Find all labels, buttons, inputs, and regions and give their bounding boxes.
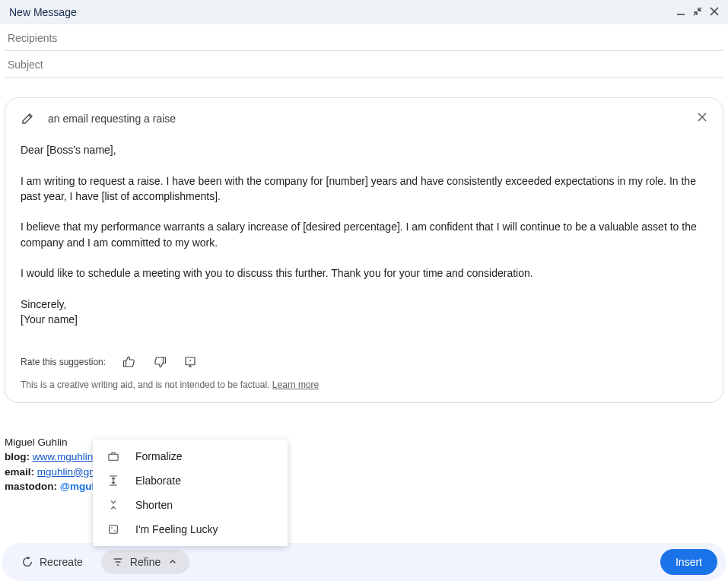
blog-link[interactable]: www.mguhlin.o bbox=[33, 451, 102, 462]
collapse-vertical-icon bbox=[106, 499, 120, 511]
magic-pencil-icon bbox=[21, 112, 34, 125]
window-controls bbox=[676, 6, 719, 18]
refine-item-label: Formalize bbox=[135, 450, 182, 462]
rate-icons bbox=[122, 355, 197, 369]
prompt-text[interactable]: an email requesting a raise bbox=[48, 113, 176, 125]
bottom-action-bar: Recreate Refine Insert bbox=[2, 543, 726, 581]
disclaimer-copy: This is a creative writing aid, and is n… bbox=[21, 379, 272, 390]
minimize-icon[interactable] bbox=[676, 6, 685, 18]
refine-option-elaborate[interactable]: Elaborate bbox=[93, 468, 288, 493]
refine-label: Refine bbox=[130, 556, 161, 568]
ai-suggestion-card: an email requesting a raise Dear [Boss's… bbox=[5, 97, 723, 403]
subject-field-row bbox=[5, 51, 723, 78]
compose-fields bbox=[0, 24, 728, 78]
svg-rect-11 bbox=[110, 525, 118, 534]
window-title: New Message bbox=[9, 6, 77, 18]
email-label: email: bbox=[5, 466, 34, 478]
refine-item-label: I'm Feeling Lucky bbox=[135, 523, 218, 535]
collapse-icon[interactable] bbox=[693, 6, 702, 18]
close-suggestion-icon[interactable] bbox=[697, 112, 707, 125]
dice-icon bbox=[106, 523, 120, 535]
refine-option-lucky[interactable]: I'm Feeling Lucky bbox=[93, 517, 288, 541]
learn-more-link[interactable]: Learn more bbox=[272, 379, 319, 390]
svg-point-7 bbox=[190, 363, 191, 364]
insert-button[interactable]: Insert bbox=[660, 549, 717, 575]
disclaimer-text: This is a creative writing aid, and is n… bbox=[21, 379, 707, 390]
refine-option-shorten[interactable]: Shorten bbox=[93, 493, 288, 517]
bottom-bar-left: Recreate Refine bbox=[11, 550, 189, 574]
svg-point-13 bbox=[114, 530, 116, 532]
compose-titlebar: New Message bbox=[0, 0, 728, 24]
recipients-input[interactable] bbox=[8, 32, 720, 44]
subject-input[interactable] bbox=[8, 59, 720, 71]
chevron-up-icon bbox=[167, 556, 179, 568]
refine-option-formalize[interactable]: Formalize bbox=[93, 444, 288, 468]
rate-row: Rate this suggestion: bbox=[21, 355, 707, 369]
recreate-button[interactable]: Recreate bbox=[11, 550, 94, 574]
thumbs-down-icon[interactable] bbox=[153, 355, 167, 369]
svg-rect-8 bbox=[109, 454, 118, 460]
refine-item-label: Elaborate bbox=[135, 475, 181, 487]
refine-menu: Formalize Elaborate Shorten I'm Feeling … bbox=[93, 440, 288, 546]
briefcase-icon bbox=[106, 450, 120, 462]
blog-label: blog: bbox=[5, 451, 30, 462]
close-icon[interactable] bbox=[710, 6, 719, 18]
expand-vertical-icon bbox=[106, 475, 120, 487]
refine-item-label: Shorten bbox=[135, 499, 173, 511]
recreate-label: Recreate bbox=[40, 556, 83, 568]
rate-label: Rate this suggestion: bbox=[21, 357, 106, 367]
refine-button[interactable]: Refine bbox=[101, 550, 189, 574]
mastodon-label: mastodon: bbox=[5, 481, 57, 492]
thumbs-up-icon[interactable] bbox=[122, 355, 136, 369]
suggestion-body: Dear [Boss's name], I am writing to requ… bbox=[21, 142, 707, 328]
prompt-row: an email requesting a raise bbox=[21, 112, 707, 125]
feedback-flag-icon[interactable] bbox=[183, 355, 197, 369]
email-link[interactable]: mguhlin@gm bbox=[37, 466, 98, 478]
recipients-field-row bbox=[5, 24, 723, 51]
svg-point-12 bbox=[111, 527, 113, 529]
